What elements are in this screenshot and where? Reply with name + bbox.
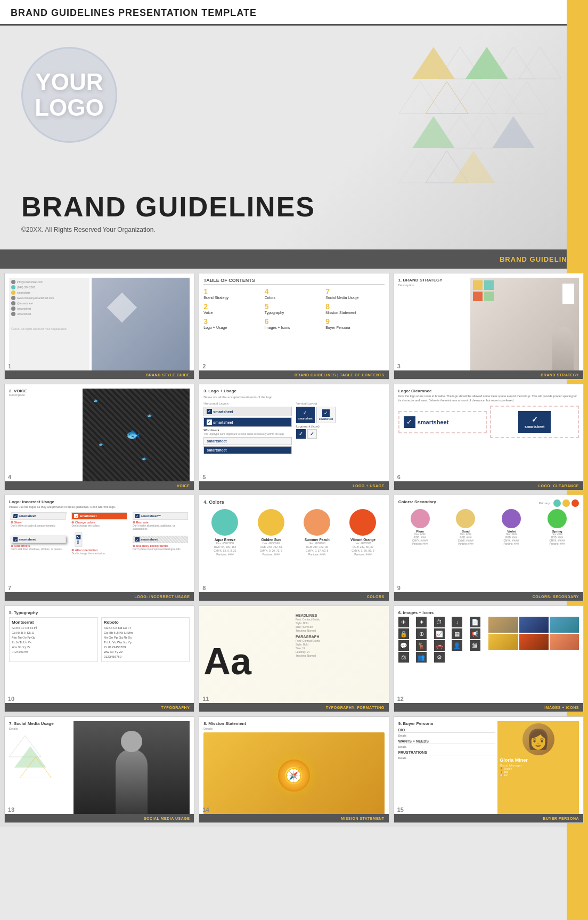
typo-roboto: Roboto Aa Bb Cc Dd Ee Ff Gg Hh Ii Jj Kk … (101, 617, 190, 662)
persona-wants: WANTS + NEEDS Details (398, 739, 496, 748)
toc-item-4: 4 Colors (265, 288, 323, 301)
icon-people: 👥 (416, 652, 427, 663)
slide-12-footer: IMAGES + ICONS (394, 703, 583, 712)
slide-3[interactable]: 1. BRAND STRATEGY Description 3 BRAND ST… (394, 273, 584, 380)
primary-row: Primary: (539, 499, 579, 507)
slide-9-num: 9 (397, 585, 401, 591)
slide-6-inner: Logo: Clearance Give the logo some room … (394, 384, 583, 490)
svg-marker-14 (399, 151, 442, 183)
logo-layouts: Horizontal Layout ✓ smartsheet ✓ smartsh… (203, 402, 384, 455)
mission-photo: 🧭 (203, 732, 384, 818)
cover-footer-label: BRAND GUIDELINES (500, 255, 577, 263)
slide-2-footer-label: BRAND GUIDELINES | TABLE OF CONTENTS (295, 373, 385, 377)
incorrect-item-4: ✓ smartsheet ⊗ Add effects Don't add dro… (9, 534, 68, 556)
slide6-title: Logo: Clearance (398, 389, 579, 393)
slide-15[interactable]: 9. Buyer Persona BIO Details WANTS + NEE… (394, 716, 584, 823)
slide-5-num: 5 (202, 474, 206, 480)
slide-1-footer-label: BRAND STYLE GUIDE (146, 373, 190, 377)
persona-bio-items: 📍 Seattle 💰 $$$ 📋 abc (500, 767, 577, 777)
slide-10-num: 10 (8, 696, 14, 702)
svg-marker-10 (412, 116, 455, 148)
incorrect-item-1: ✓ smartsheet ⊗ Skew Don't skew or scale … (9, 511, 68, 532)
cover-triangles (391, 36, 572, 217)
slide-10-footer: TYPOGRAPHY (5, 703, 194, 712)
slide-2[interactable]: TABLE OF CONTENTS 1 Brand Strategy 4 Col… (199, 273, 389, 380)
photo-6 (550, 634, 579, 650)
swatch-golden: Golden Sun Hex: #F0C040RGB: 240, 192, 64… (250, 509, 292, 556)
clearance-logo-1: ✓ smartsheet (398, 411, 487, 433)
slide-12[interactable]: 6. Images + Icons ✈ ✦ ⏱ ↓ 📄 🔒 ⊕ 📈 ▦ 📢 (394, 606, 584, 712)
slide-8-footer-label: COLORS (367, 595, 385, 599)
photo-2 (519, 617, 549, 633)
slide13-subtitle: Details (9, 727, 71, 730)
swatch-orange: Vibrant Orange Hex: #E85020RGB: 232, 80,… (341, 509, 384, 556)
slide-1-inner: info@smartsheet.com (844) 324-2360 smart… (5, 273, 194, 379)
slide-10-footer-label: TYPOGRAPHY (161, 706, 190, 709)
slide5-subtitle: Below we all the accepted treatments of … (203, 396, 384, 399)
toc-item-6: 6 Images + Icons (265, 318, 323, 330)
slide-11[interactable]: Aa HEADLINES Font: Contact GothicStyle: … (199, 606, 389, 712)
slide-15-footer: BUYER PERSONA (394, 814, 583, 822)
slide3-subtitle: Description (398, 284, 469, 287)
swatch-orange-values: Hex: #E85020RGB: 232, 80, 32CMYK: 0, 66,… (341, 542, 384, 556)
slide-1-num: 1 (8, 363, 11, 369)
slide-12-footer-label: IMAGES + ICONS (544, 706, 579, 709)
slide-13[interactable]: 7. Social Media Usage Details (4, 716, 194, 823)
slide-5-footer-label: LOGO + USAGE (353, 484, 384, 488)
persona-bio: BIO Details (398, 728, 496, 737)
slide-8[interactable]: 4. Colors Aqua Breeze Hex: #5EC8B8RGB: 9… (199, 495, 389, 601)
slide-14-inner: 8. Mission Statement Details 🧭 (199, 717, 388, 822)
svg-marker-13 (492, 116, 535, 148)
secondary-swatches: Plum Hex: ####RGB: #/#/#CMYK: #/#/#/#Pan… (398, 509, 579, 545)
sec-swatch-sand: Sand Hex: ####RGB: #/#/#CMYK: #/#/#/#Pan… (444, 509, 487, 545)
slide-1[interactable]: info@smartsheet.com (844) 324-2360 smart… (4, 273, 194, 380)
icon-chart: 📈 (434, 628, 445, 639)
logo-clearance-boxes: ✓ smartsheet ✓ smartsheet (398, 406, 579, 438)
svg-marker-7 (452, 82, 495, 114)
swatch-orange-circle (349, 509, 376, 536)
svg-marker-9 (505, 82, 548, 114)
typo-font-2-name: Roboto (104, 620, 187, 625)
slide-7-inner: Logo: Incorrect Usage Please use the log… (5, 495, 194, 601)
icon-weight: ⚖ (398, 652, 409, 663)
persona-name: Gloria Miner (500, 757, 577, 763)
icon-clock: ⏱ (434, 617, 445, 627)
format-paragraph: Paragraph Font: Contact GothicStyle: Bol… (296, 635, 385, 658)
cover-slide: YOUR LOGO BRAND GUIDELINES ©20XX. Al (0, 26, 588, 249)
incorrect-grid: ✓ smartsheet ⊗ Skew Don't skew or scale … (9, 511, 190, 556)
svg-marker-16 (452, 151, 495, 183)
photo-4 (488, 634, 518, 650)
incorrect-item-5: ✓ ss ⊗ Alter orientation Don't change th… (70, 534, 128, 556)
slide6-desc: Give the logo some room to breathe. The … (398, 394, 579, 402)
slide-3-num: 3 (397, 363, 401, 369)
slide14-title: 8. Mission Statement (203, 721, 384, 726)
icon-download: ↓ (452, 617, 462, 627)
icons-grid: ✈ ✦ ⏱ ↓ 📄 🔒 ⊕ 📈 ▦ 📢 💬 🦌 🚗 👤 (398, 617, 487, 663)
slide-10[interactable]: 5. Typography Montserrat Aa Bb Cc Dd Ee … (4, 606, 194, 712)
slide-15-num: 15 (397, 806, 404, 813)
slide8-title: 4. Colors (203, 499, 384, 505)
slide-6[interactable]: Logo: Clearance Give the logo some room … (394, 384, 584, 490)
slide-15-footer-label: BUYER PERSONA (543, 817, 579, 820)
slide10-title: 5. Typography (9, 610, 190, 615)
slide-5[interactable]: 3. Logo + Usage Below we all the accepte… (199, 384, 389, 490)
icon-deer: 🦌 (416, 640, 427, 651)
slide-14[interactable]: 8. Mission Statement Details 🧭 14 MISSIO… (199, 716, 389, 823)
slide4-left: 2. VOICE Description (9, 389, 80, 486)
slide7-desc: Please use the logos as they are provide… (9, 505, 190, 509)
toc-item-8: 8 Mission Statement (325, 303, 384, 316)
slide4-photo: 🐟 🐟 🐟 🐟 🐟 (83, 389, 190, 486)
slide-4[interactable]: 2. VOICE Description 🐟 🐟 🐟 🐟 🐟 4 VOI (4, 384, 194, 490)
slide12-title: 6. Images + Icons (398, 610, 579, 615)
slide-7-footer-label: LOGO: INCORRECT USAGE (134, 595, 190, 599)
incorrect-item-3: ✓ smartsheet™ ⊗ Recreate Don't make alte… (131, 511, 190, 532)
photo-1 (488, 617, 518, 633)
typo-montserrat: Montserrat Aa Bb Cc Dd Ee Ff Gg Hh Ii Jj… (9, 617, 98, 662)
swatch-peach-circle (304, 509, 330, 536)
swatch-peach: Summer Peach Hex: #F09860RGB: 240, 152, … (296, 509, 338, 556)
sec-swatch-plum: Plum Hex: ####RGB: #/#/#CMYK: #/#/#/#Pan… (398, 509, 442, 545)
svg-marker-5 (399, 82, 442, 114)
slide-9[interactable]: Colors: Secondary Primary: Plum Hex: ###… (394, 495, 584, 601)
slide-14-footer-label: MISSION STATEMENT (341, 817, 385, 820)
slide-7[interactable]: Logo: Incorrect Usage Please use the log… (4, 495, 194, 601)
